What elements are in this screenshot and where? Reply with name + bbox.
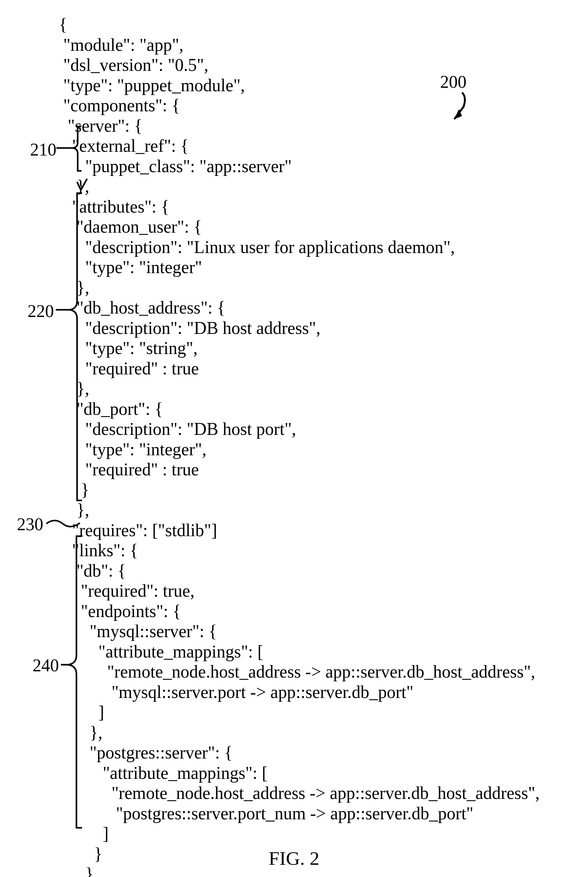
annotation-overlay — [0, 0, 588, 877]
bracket-220-icon — [56, 193, 82, 501]
bracket-210-icon — [56, 126, 81, 171]
leader-230-icon — [46, 520, 80, 527]
checkmark-icon — [77, 179, 87, 190]
arrow-200-icon — [454, 92, 465, 119]
bracket-240-icon — [61, 536, 82, 828]
